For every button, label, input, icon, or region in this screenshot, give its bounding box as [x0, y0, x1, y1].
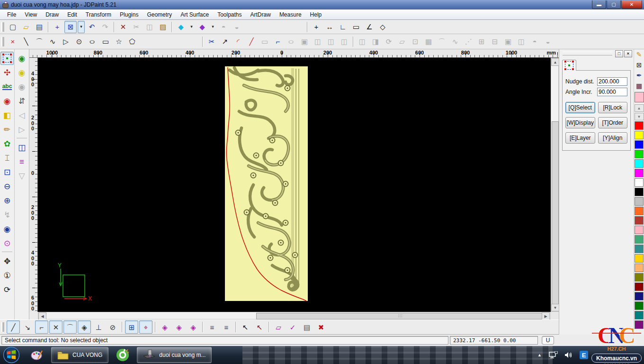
menu-plugins[interactable]: Plugins	[116, 10, 143, 19]
copy-icon[interactable]: ◫	[143, 21, 156, 33]
snap-quadrant-icon[interactable]: ◈	[78, 320, 91, 334]
copy-offset-3-icon[interactable]: ◫	[338, 36, 350, 48]
close-shape-icon[interactable]: ▭	[259, 36, 271, 48]
horizontal-scrollbar[interactable]: ◀ ⫶⫶⫶ ▶	[38, 312, 551, 319]
draw-rectangle-icon[interactable]: ▭	[99, 36, 112, 48]
measure-point-icon[interactable]: +	[310, 21, 322, 33]
save-file-icon[interactable]: ▤	[33, 21, 45, 33]
ungroup-icon[interactable]: ◫	[515, 36, 528, 48]
relief-artwork[interactable]	[225, 66, 308, 301]
drawing-canvas[interactable]: Y X	[38, 58, 551, 312]
menu-draw[interactable]: Draw	[41, 10, 63, 19]
panel-button-wdisplay[interactable]: [W]Display	[565, 117, 595, 128]
snap-layer-all-icon[interactable]: ≡	[220, 320, 233, 334]
menu-art-surface[interactable]: Art Surface	[176, 10, 213, 19]
color-swatch-12[interactable]	[635, 235, 644, 244]
pick-remove-icon[interactable]: ↖	[253, 320, 266, 334]
relief-tool-icon[interactable]: ✿	[0, 137, 14, 150]
shade-cup-2-icon[interactable]: ◒	[542, 36, 554, 48]
contour-tool-icon[interactable]: ◉	[0, 94, 14, 108]
snap-center-corner-icon[interactable]: ◈	[172, 320, 186, 334]
toolbar-grip[interactable]	[1, 37, 4, 46]
fit-center-icon[interactable]: ⊟	[489, 36, 501, 48]
color-swatch-2[interactable]	[635, 140, 644, 149]
swap-colors-icon[interactable]: ⇵	[15, 94, 28, 108]
prev-view-icon[interactable]: ◁	[15, 109, 28, 122]
network-icon[interactable]	[548, 351, 558, 359]
pan-tool-icon[interactable]: ✥	[0, 255, 14, 268]
color-swatch-19[interactable]	[635, 301, 644, 310]
redraw-tool-icon[interactable]: ↯	[0, 208, 14, 221]
menu-measure[interactable]: Measure	[275, 10, 306, 19]
start-button[interactable]	[3, 346, 20, 364]
zoom-in-tool-icon[interactable]: ⊕	[0, 194, 14, 207]
menu-help[interactable]: Help	[306, 10, 326, 19]
shade-sphere-icon[interactable]: ◓	[217, 21, 230, 33]
snap-center-edge-icon[interactable]: ◈	[187, 320, 200, 334]
fill-tool-icon[interactable]: ◧	[0, 109, 14, 122]
array-path-icon[interactable]: ⋰	[462, 36, 474, 48]
menu-toolpaths[interactable]: Toolpaths	[213, 10, 246, 19]
cut-icon[interactable]: ✂	[130, 21, 143, 33]
menu-file[interactable]: File	[3, 10, 20, 19]
marquee-icon[interactable]: ⊠	[634, 60, 644, 70]
horizontal-scroll-thumb[interactable]: ⫶⫶⫶	[256, 313, 545, 319]
volume-icon[interactable]	[564, 351, 573, 359]
pick-list-icon[interactable]: ▤	[300, 320, 313, 334]
lamp-off-icon[interactable]: ◉	[15, 66, 28, 79]
draw-polyline-icon[interactable]: ▷	[60, 36, 72, 48]
zoom-out-tool-icon[interactable]: ⊖	[0, 180, 14, 193]
palette-scroll-up[interactable]: ▲	[635, 104, 644, 112]
color-swatch-10[interactable]	[635, 216, 644, 225]
array-arc-icon[interactable]: ⌒	[436, 36, 448, 48]
trim-icon[interactable]: ✂	[206, 36, 218, 48]
toolbar-grip[interactable]	[1, 22, 4, 32]
color-swatch-20[interactable]	[635, 311, 644, 319]
transform-scale-icon[interactable]: ⊡	[409, 36, 421, 48]
select-mode-dropdown-icon[interactable]: ▾	[78, 21, 85, 33]
measure-distance-icon[interactable]: ↔	[323, 21, 336, 33]
filter-panel-icon[interactable]: ▽	[15, 169, 28, 182]
jdpaint-palette-icon[interactable]	[30, 348, 44, 362]
color-swatch-6[interactable]	[635, 178, 644, 187]
scroll-left-button[interactable]: ◀	[38, 312, 46, 320]
taskbar-folder-button[interactable]: CUA VONG	[51, 347, 108, 363]
color-swatch-0[interactable]	[635, 121, 644, 130]
shade-sphere-2-icon[interactable]: ◓	[528, 36, 541, 48]
eyedropper-icon[interactable]: ✒	[634, 70, 644, 81]
coccoc-browser-icon[interactable]	[116, 348, 129, 362]
select-mode-icon[interactable]: ⊠	[64, 21, 77, 33]
minimize-button[interactable]: ▬	[592, 0, 606, 9]
corner-join-icon[interactable]: ⌐	[272, 36, 284, 48]
palette-scroll-down[interactable]: ▼	[635, 113, 644, 120]
measure-angle-icon[interactable]: ∠	[363, 21, 376, 33]
color-swatch-8[interactable]	[635, 197, 644, 206]
close-button[interactable]: ✕	[621, 0, 642, 9]
snap-corner-icon[interactable]: ⌐	[35, 320, 48, 334]
panel-maximize-button[interactable]: □	[615, 50, 623, 57]
current-color-swatch[interactable]	[635, 92, 644, 102]
scroll-right-button[interactable]: ▶	[542, 312, 550, 320]
zoom-1-1-tool-icon[interactable]: ①	[0, 269, 14, 282]
draw-spline-icon[interactable]: ∿	[46, 36, 59, 48]
snap-perpendicular-icon[interactable]: ⊥	[92, 320, 105, 334]
vertical-scrollbar[interactable]: ▲ ▼	[551, 58, 559, 312]
angle-increment-field[interactable]	[597, 88, 627, 96]
paste-icon[interactable]: ▨	[157, 21, 169, 33]
refresh-tool-icon[interactable]: ⟳	[0, 283, 14, 296]
snap-center-face-icon[interactable]: ◈	[158, 320, 171, 334]
maximize-button[interactable]: ▢	[607, 0, 621, 9]
draw-polygon-icon[interactable]: ⬠	[126, 36, 138, 48]
selection-tab[interactable]	[562, 60, 576, 71]
hidden-icons-button[interactable]: ▲	[537, 353, 542, 357]
move-tool-icon[interactable]: +	[51, 21, 63, 33]
pick-verify-icon[interactable]: ✓	[286, 320, 299, 334]
snap-intersection-icon[interactable]: ✕	[49, 320, 63, 334]
nudge-distance-field[interactable]	[597, 77, 627, 86]
pencil-icon[interactable]: ✎	[634, 49, 644, 60]
color-swatch-3[interactable]	[635, 150, 644, 158]
lamp-on-icon[interactable]: ◉	[15, 52, 28, 65]
zoom-object-tool-icon[interactable]: ⊙	[0, 237, 14, 250]
language-indicator[interactable]: E	[580, 351, 588, 359]
array-grid-icon[interactable]: ▦	[422, 36, 435, 48]
